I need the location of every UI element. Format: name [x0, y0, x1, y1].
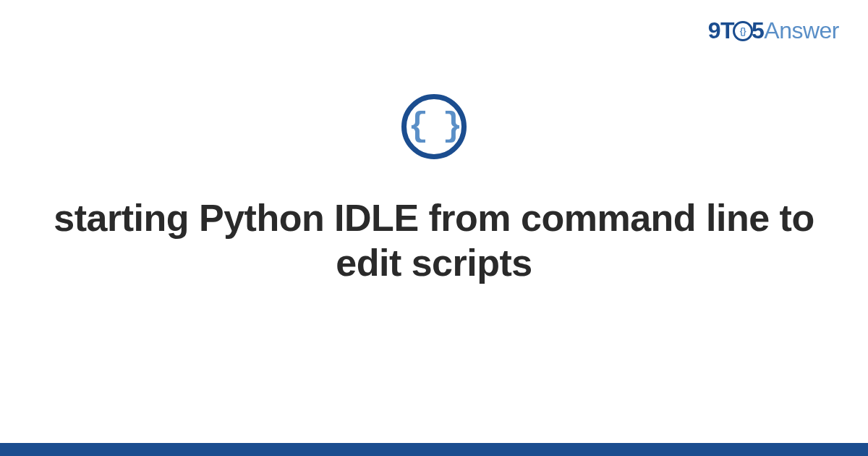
icon-glyph: { } — [409, 110, 460, 143]
brand-o-icon: {} — [733, 21, 753, 41]
brand-digit-5: 5 — [752, 17, 764, 43]
footer-bar — [0, 443, 868, 456]
brand-logo: 9T{}5Answer — [708, 17, 839, 44]
brand-digit-9: 9 — [708, 17, 720, 43]
braces-icon-small: {} — [733, 21, 753, 41]
brand-word-answer: Answer — [764, 17, 839, 43]
page-title: starting Python IDLE from command line t… — [0, 195, 868, 286]
code-braces-icon: { } — [401, 94, 467, 159]
